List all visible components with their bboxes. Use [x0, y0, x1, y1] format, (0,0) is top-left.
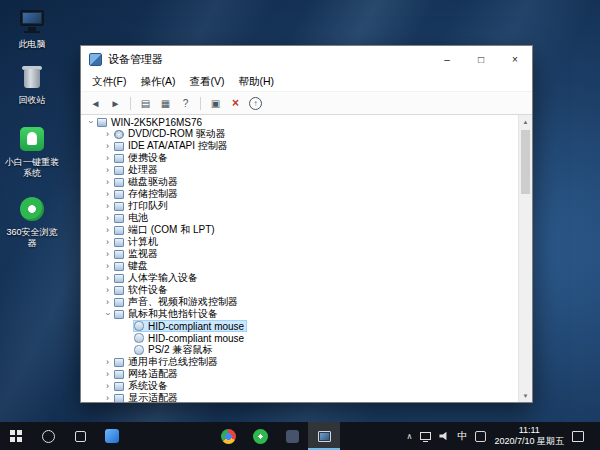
- tree-item-mice-pointing[interactable]: 鼠标和其他指针设备: [81, 308, 518, 320]
- volume-icon[interactable]: [439, 431, 449, 441]
- chevron-right-icon: [102, 261, 113, 271]
- mouse-device-icon: [134, 321, 144, 331]
- menu-help[interactable]: 帮助(H): [231, 73, 281, 91]
- maximize-button[interactable]: □: [464, 46, 498, 73]
- chevron-right-icon: [102, 153, 113, 163]
- desktop-icon-label: 360安全浏览器: [2, 227, 62, 250]
- update-driver-icon[interactable]: ↑: [249, 97, 262, 110]
- menu-action[interactable]: 操作(A): [133, 73, 182, 91]
- chevron-right-icon: [102, 273, 113, 283]
- minimize-button[interactable]: –: [430, 46, 464, 73]
- pinned-browser-button[interactable]: [212, 422, 244, 450]
- computer-category-icon: [114, 238, 124, 247]
- hid-device-icon: [114, 274, 124, 283]
- battery-icon: [114, 214, 124, 223]
- chevron-right-icon: [102, 369, 113, 379]
- mouse-category-icon: [114, 310, 124, 319]
- tray-expand-icon[interactable]: ∧: [407, 432, 413, 441]
- mouse-device-icon: [134, 333, 144, 343]
- device-manager-window: 设备管理器 – □ × 文件(F) 操作(A) 查看(V) 帮助(H) ◄ ► …: [80, 45, 533, 403]
- tree-item-hid-mouse-1[interactable]: HID-compliant mouse: [81, 320, 518, 332]
- cortana-button[interactable]: [32, 422, 64, 450]
- 360-browser-icon: [17, 196, 47, 224]
- chevron-right-icon: [102, 297, 113, 307]
- console-tree-icon[interactable]: ▤: [137, 95, 154, 112]
- window-title: 设备管理器: [108, 52, 430, 67]
- chevron-right-icon: [102, 189, 113, 199]
- chevron-right-icon: [102, 381, 113, 391]
- back-icon[interactable]: ◄: [87, 95, 104, 112]
- input-method-indicator[interactable]: 中: [457, 429, 467, 443]
- taskbar: ∧ 中 11:11 2020/7/10 星期五: [0, 422, 600, 450]
- toolbar: ◄ ► ▤ ▦ ? ▣ × ↑: [81, 92, 532, 115]
- scroll-up-icon[interactable]: ▲: [519, 115, 532, 128]
- dark-app-icon: [286, 430, 299, 443]
- desktop-icon-recycle-bin[interactable]: 回收站: [2, 64, 62, 106]
- action-center-icon[interactable]: [572, 431, 584, 442]
- taskbar-clock[interactable]: 11:11 2020/7/10 星期五: [494, 425, 564, 448]
- device-manager-icon: [89, 53, 102, 66]
- chevron-right-icon: [102, 129, 113, 139]
- ime-icon[interactable]: [475, 431, 486, 442]
- ports-icon: [114, 226, 124, 235]
- disk-drive-icon: [114, 178, 124, 187]
- menu-bar: 文件(F) 操作(A) 查看(V) 帮助(H): [81, 73, 532, 92]
- sound-controller-icon: [114, 298, 124, 307]
- display-adapter-icon: [114, 394, 124, 403]
- titlebar[interactable]: 设备管理器 – □ ×: [81, 46, 532, 73]
- toolbar-separator: [200, 97, 201, 110]
- scrollbar-thumb[interactable]: [521, 130, 530, 194]
- pinned-app-icon: [105, 429, 119, 443]
- task-view-button[interactable]: [64, 422, 96, 450]
- tree-item-hid-mouse-2[interactable]: HID-compliant mouse: [81, 332, 518, 344]
- desktop-icon-label: 小白一键重装系统: [2, 157, 62, 180]
- menu-file[interactable]: 文件(F): [85, 73, 133, 91]
- chevron-right-icon: [102, 177, 113, 187]
- tree-item-display-adapters[interactable]: 显示适配器: [81, 392, 518, 402]
- xiaobai-reinstall-icon: [17, 126, 47, 154]
- keyboard-icon: [114, 262, 124, 271]
- desktop-icon-this-pc[interactable]: 此电脑: [2, 8, 62, 50]
- storage-controller-icon: [114, 190, 124, 199]
- uninstall-device-icon[interactable]: ×: [227, 95, 244, 112]
- network-icon[interactable]: [420, 432, 431, 440]
- chevron-right-icon: [102, 357, 113, 367]
- software-device-icon: [114, 286, 124, 295]
- recycle-bin-icon: [17, 64, 47, 92]
- device-manager-taskbar-button[interactable]: [308, 422, 340, 450]
- help-icon[interactable]: ?: [177, 95, 194, 112]
- this-pc-icon: [17, 8, 47, 36]
- close-button[interactable]: ×: [498, 46, 532, 73]
- desktop-icon-xiaobai-reinstall[interactable]: 小白一键重装系统: [2, 126, 62, 180]
- desktop-icon-label: 此电脑: [2, 39, 62, 50]
- forward-icon[interactable]: ►: [107, 95, 124, 112]
- start-button[interactable]: [0, 422, 32, 450]
- processor-icon: [114, 166, 124, 175]
- chevron-right-icon: [102, 393, 113, 402]
- browser-circle-icon: [221, 429, 236, 444]
- properties-icon[interactable]: ▦: [157, 95, 174, 112]
- device-manager-taskbar-icon: [318, 431, 331, 442]
- green-browser-icon: [253, 429, 268, 444]
- pinned-app-2[interactable]: [276, 422, 308, 450]
- scan-hardware-icon[interactable]: ▣: [207, 95, 224, 112]
- system-device-icon: [114, 382, 124, 391]
- pinned-360-browser-button[interactable]: [244, 422, 276, 450]
- print-queue-icon: [114, 202, 124, 211]
- task-view-icon: [75, 431, 86, 442]
- toolbar-separator: [130, 97, 131, 110]
- dvd-drive-icon: [114, 130, 124, 139]
- chevron-right-icon: [102, 249, 113, 259]
- desktop-icon-360-browser[interactable]: 360安全浏览器: [2, 196, 62, 250]
- usb-controller-icon: [114, 358, 124, 367]
- computer-icon: [97, 118, 107, 127]
- clock-time: 11:11: [494, 425, 564, 436]
- pinned-app-1[interactable]: [96, 422, 128, 450]
- menu-view[interactable]: 查看(V): [182, 73, 231, 91]
- chevron-down-icon: [85, 117, 96, 127]
- chevron-right-icon: [102, 165, 113, 175]
- chevron-right-icon: [102, 213, 113, 223]
- scroll-down-icon[interactable]: ▼: [519, 389, 532, 402]
- vertical-scrollbar[interactable]: ▲ ▼: [518, 115, 532, 402]
- cortana-circle-icon: [42, 430, 55, 443]
